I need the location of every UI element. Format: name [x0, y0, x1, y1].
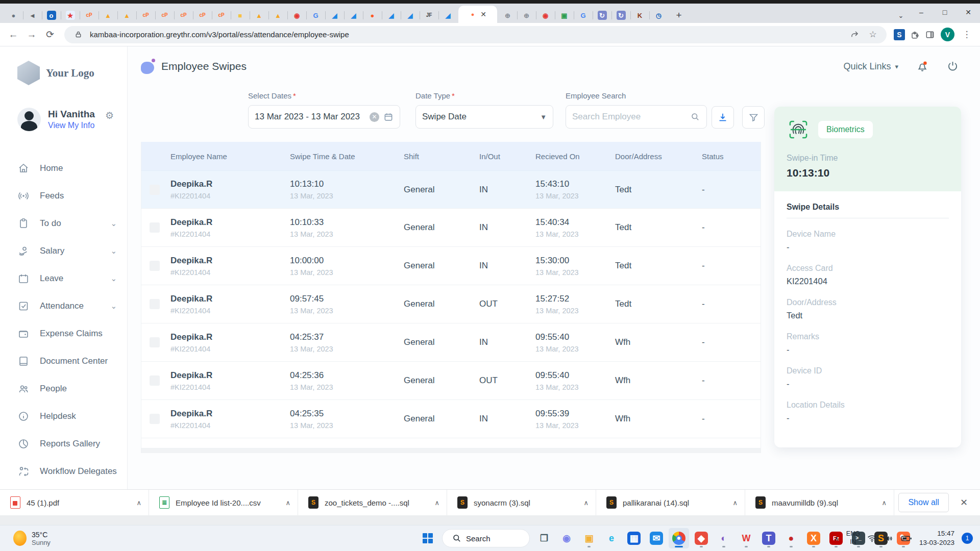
download-item[interactable]: S maavumilldb (9).sql ∧ [745, 490, 894, 515]
download-item[interactable]: S syonacrm (3).sql ∧ [447, 490, 596, 515]
taskbar-app-icon[interactable]: ● [781, 528, 801, 548]
pinned-tab[interactable]: ▲ [250, 8, 268, 23]
row-checkbox[interactable] [150, 185, 160, 195]
table-row[interactable]: Deepika.R #KI2201404 04:25:35 13 Mar, 20… [141, 400, 761, 438]
pinned-tab[interactable]: cP [155, 8, 174, 23]
minimize-button[interactable]: – [910, 4, 933, 21]
download-item[interactable]: S pallikaranai (14).sql ∧ [596, 490, 745, 515]
row-checkbox[interactable] [150, 375, 160, 386]
chevron-up-icon[interactable]: ∧ [732, 499, 738, 507]
pinned-tab[interactable]: ◢ [438, 8, 457, 23]
notification-bell-icon[interactable] [916, 60, 929, 73]
sidebar-item[interactable]: Expense Claims [17, 320, 127, 347]
forward-button[interactable]: → [23, 27, 40, 43]
chevron-up-icon[interactable]: ∧ [285, 499, 290, 507]
side-panel-icon[interactable] [923, 28, 937, 41]
tab-close-icon[interactable]: ✕ [480, 10, 486, 18]
row-checkbox[interactable] [150, 261, 160, 271]
table-row[interactable]: Deepika.R #KI2201404 10:10:33 13 Mar, 20… [141, 209, 761, 247]
logout-power-icon[interactable] [946, 60, 960, 73]
taskbar-app-icon[interactable]: ▣ [579, 528, 599, 548]
taskbar-app-icon[interactable]: X [803, 528, 824, 548]
pinned-tab[interactable]: cP [174, 8, 193, 23]
pinned-tab[interactable]: ◷ [649, 8, 668, 23]
pinned-tab[interactable]: ● [4, 8, 23, 23]
calendar-icon[interactable] [383, 112, 394, 122]
battery-icon[interactable] [901, 535, 912, 542]
pinned-tab[interactable]: ▲ [99, 8, 117, 23]
extension-s-icon[interactable]: S [893, 28, 906, 41]
row-checkbox[interactable] [150, 414, 160, 424]
taskbar-app-icon[interactable]: W [736, 528, 756, 548]
clear-date-icon[interactable]: ✕ [370, 112, 379, 122]
download-button[interactable] [712, 106, 734, 129]
pinned-tab[interactable]: ◢ [382, 8, 401, 23]
horizontal-scrollbar[interactable] [141, 448, 761, 453]
taskbar-app-icon[interactable]: T [758, 528, 779, 548]
reload-button[interactable]: ⟳ [42, 27, 58, 43]
date-range-input[interactable]: 13 Mar 2023 - 13 Mar 2023 ✕ [248, 105, 400, 129]
taskbar-search[interactable]: Search [442, 529, 530, 547]
address-bar[interactable]: kambaa-incorporation.greythr.com/v3/port… [64, 26, 887, 43]
clock[interactable]: 15:47 13-03-2023 [919, 529, 954, 547]
sidebar-item[interactable]: Attendance ⌄ [17, 292, 127, 320]
quick-links-menu[interactable]: Quick Links ▾ [843, 61, 898, 72]
maximize-button[interactable]: □ [933, 4, 957, 21]
pinned-tab[interactable]: cP [80, 8, 99, 23]
chevron-up-icon[interactable]: ∧ [583, 499, 589, 507]
pinned-tab[interactable]: ↻ [593, 8, 611, 23]
taskbar-app-icon[interactable]: ◐ [714, 528, 734, 548]
download-item[interactable]: S zoo_tickets_demo -....sql ∧ [298, 490, 447, 515]
pinned-tab[interactable]: JF [420, 8, 438, 23]
close-button[interactable]: ✕ [957, 4, 980, 21]
employee-search-input[interactable]: Search Employee [566, 105, 707, 129]
active-tab[interactable]: ● ✕ [458, 6, 497, 23]
date-type-select[interactable]: Swipe Date ▼ [415, 105, 553, 129]
table-row[interactable]: Deepika.R #KI2201404 04:25:37 13 Mar, 20… [141, 323, 761, 362]
chevron-up-icon[interactable]: ∧ [136, 499, 141, 507]
sidebar-item[interactable]: To do ⌄ [17, 210, 127, 237]
row-checkbox[interactable] [150, 299, 160, 309]
pinned-tab[interactable]: ⊕ [517, 8, 536, 23]
bookmark-star-icon[interactable]: ☆ [866, 28, 879, 41]
browser-menu-kebab-icon[interactable]: ⋮ [959, 27, 975, 43]
pinned-tab[interactable]: G [574, 8, 593, 23]
row-checkbox[interactable] [150, 337, 160, 347]
taskbar-app-icon[interactable]: e [601, 528, 622, 548]
pinned-tab[interactable]: ★ [61, 8, 80, 23]
pinned-tab[interactable]: ▣ [555, 8, 574, 23]
sidebar-item[interactable]: Reports Gallery [17, 430, 127, 458]
pinned-tab[interactable]: K [630, 8, 649, 23]
pinned-tab[interactable]: cP [193, 8, 212, 23]
tray-chevron-up-icon[interactable]: ∧ [834, 535, 839, 542]
extensions-puzzle-icon[interactable] [908, 28, 921, 41]
volume-icon[interactable] [884, 534, 894, 543]
weather-widget[interactable]: 35°C Sunny [0, 531, 204, 546]
url-text[interactable]: kambaa-incorporation.greythr.com/v3/port… [90, 30, 349, 39]
taskbar-app-icon[interactable]: ▦ [624, 528, 644, 548]
pinned-tab[interactable]: ↻ [611, 8, 630, 23]
pinned-tab[interactable]: cP [136, 8, 155, 23]
pinned-tab[interactable]: cP [212, 8, 231, 23]
download-item[interactable]: 45 (1).pdf ∧ [0, 490, 149, 515]
show-all-button[interactable]: Show all [898, 493, 948, 512]
sidebar-item[interactable]: Home [17, 155, 127, 182]
taskbar-app-icon[interactable]: ◉ [556, 528, 577, 548]
table-row[interactable]: Deepika.R #KI2201404 10:13:10 13 Mar, 20… [141, 170, 761, 209]
download-item[interactable]: ≣ Employee Id list-20....csv ∧ [149, 490, 298, 515]
tab-search-chevron-icon[interactable]: ⌄ [892, 8, 910, 23]
pinned-tab[interactable]: ◢ [325, 8, 344, 23]
downloads-close-icon[interactable]: ✕ [960, 497, 968, 508]
start-button[interactable] [418, 528, 438, 548]
taskbar-app-icon[interactable]: ◆ [691, 528, 712, 548]
pinned-tab[interactable]: ● [363, 8, 382, 23]
language-indicator[interactable]: ENG IN [846, 530, 860, 546]
notification-count-badge[interactable]: 1 [962, 533, 973, 544]
row-checkbox[interactable] [150, 222, 160, 233]
new-tab-button[interactable]: + [671, 8, 687, 23]
sidebar-item[interactable]: Workflow Delegates [17, 458, 127, 485]
pinned-tab[interactable]: ◉ [287, 8, 306, 23]
view-my-info-link[interactable]: View My Info [48, 121, 95, 130]
pinned-tab[interactable]: o [42, 8, 61, 23]
sidebar-item[interactable]: Feeds [17, 182, 127, 210]
